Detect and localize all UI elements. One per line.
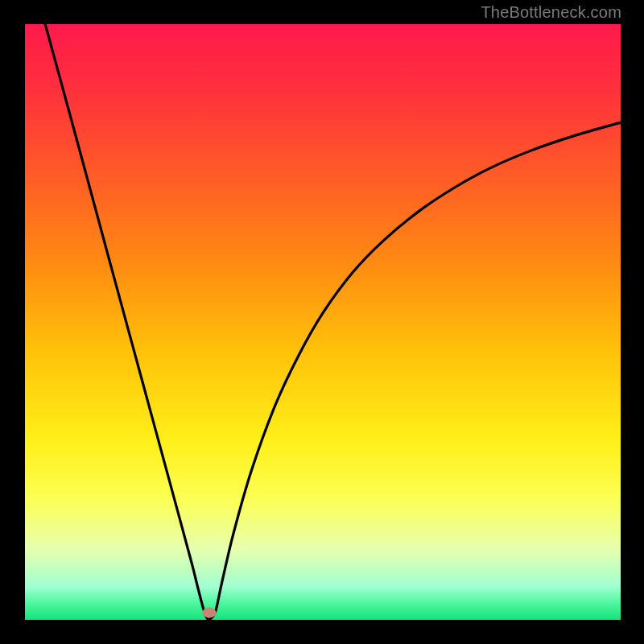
bottleneck-curve (25, 24, 621, 620)
optimum-marker (203, 608, 217, 618)
chart-frame: TheBottleneck.com (0, 0, 644, 644)
watermark-text: TheBottleneck.com (481, 3, 621, 22)
